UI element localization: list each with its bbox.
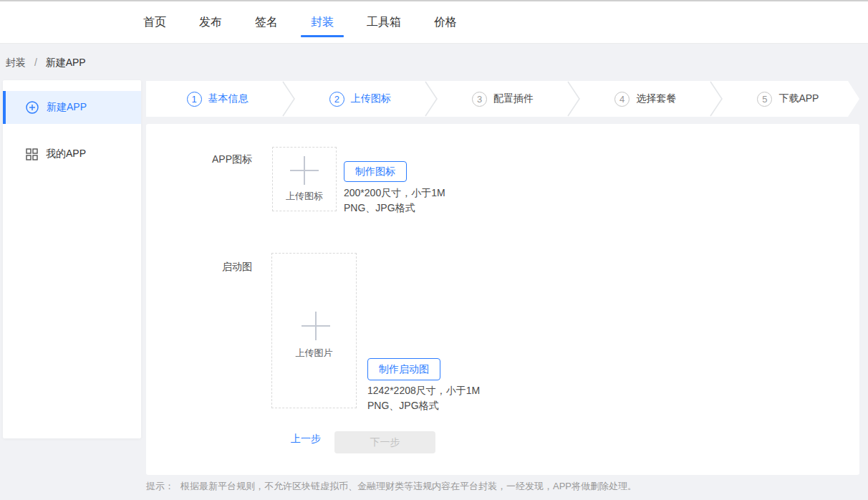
icon-format-requirement: PNG、JPG格式 — [344, 201, 445, 216]
nav-item-publish[interactable]: 发布 — [199, 15, 222, 30]
tip-label: 提示： — [146, 481, 174, 491]
step-number: 4 — [614, 92, 630, 107]
upload-icon-panel: APP图标 上传图标 制作图标 200*200尺寸，小于1M PNG、JPG格式… — [146, 124, 859, 475]
tip-text: 根据最新平台规则，不允许区块链虚拟币、金融理财类等违规内容在平台封装，一经发现，… — [180, 481, 637, 491]
app-icon-upload-box[interactable]: 上传图标 — [272, 147, 337, 211]
breadcrumb: 封装 / 新建APP — [6, 57, 86, 69]
nav-item-toolbox[interactable]: 工具箱 — [367, 15, 401, 30]
step-label: 基本信息 — [208, 92, 249, 105]
sidebar: 新建APP 我的APP — [3, 80, 141, 438]
previous-step-button[interactable]: 上一步 — [291, 433, 321, 446]
step-configure-plugins: 3 配置插件 — [431, 81, 574, 117]
make-splash-button[interactable]: 制作启动图 — [367, 358, 440, 380]
plus-icon — [302, 312, 327, 337]
next-step-button[interactable]: 下一步 — [334, 431, 435, 453]
chevron-right-icon — [281, 81, 296, 117]
breadcrumb-current: 新建APP — [46, 57, 86, 68]
splash-image-label: 启动图 — [146, 261, 252, 274]
sidebar-item-new-app[interactable]: 新建APP — [3, 91, 141, 124]
icon-requirements: 200*200尺寸，小于1M PNG、JPG格式 — [344, 186, 445, 216]
step-label: 配置插件 — [493, 92, 534, 105]
nav-item-home[interactable]: 首页 — [143, 15, 166, 30]
step-download-app: 5 下载APP — [717, 81, 859, 117]
step-upload-icon: 2 上传图标 — [289, 81, 431, 117]
app-icon-label: APP图标 — [146, 153, 252, 166]
breadcrumb-section[interactable]: 封装 — [6, 57, 26, 68]
plus-icon — [290, 156, 319, 185]
breadcrumb-separator: / — [34, 57, 37, 68]
upload-image-text: 上传图片 — [296, 347, 333, 360]
icon-size-requirement: 200*200尺寸，小于1M — [344, 186, 445, 201]
step-number: 2 — [329, 92, 344, 107]
grid-icon — [26, 148, 38, 160]
chevron-right-icon — [424, 81, 438, 117]
make-icon-button[interactable]: 制作图标 — [344, 161, 407, 182]
splash-requirements: 1242*2208尺寸，小于1M PNG、JPG格式 — [367, 383, 480, 413]
main-nav: 首页 发布 签名 封装 工具箱 价格 — [143, 1, 457, 43]
step-number: 3 — [472, 92, 487, 107]
step-label: 下载APP — [778, 92, 819, 105]
nav-item-sign[interactable]: 签名 — [255, 15, 278, 30]
step-number: 5 — [757, 92, 772, 107]
sidebar-item-label: 我的APP — [46, 148, 86, 160]
splash-size-requirement: 1242*2208尺寸，小于1M — [367, 383, 480, 398]
nav-item-package[interactable]: 封装 — [311, 15, 334, 30]
splash-upload-box[interactable]: 上传图片 — [271, 253, 357, 408]
step-select-plan: 4 选择套餐 — [574, 81, 717, 117]
sidebar-item-label: 新建APP — [47, 101, 87, 114]
circle-plus-icon — [26, 101, 39, 114]
step-label: 上传图标 — [351, 92, 391, 105]
sidebar-item-my-app[interactable]: 我的APP — [3, 140, 141, 168]
platform-rules-tip: 提示：根据最新平台规则，不允许区块链虚拟币、金融理财类等违规内容在平台封装，一经… — [146, 480, 637, 493]
chevron-right-icon — [709, 81, 723, 117]
chevron-right-icon — [566, 81, 581, 117]
step-basic-info: 1 基本信息 — [146, 81, 289, 117]
nav-item-price[interactable]: 价格 — [434, 15, 457, 30]
splash-format-requirement: PNG、JPG格式 — [367, 398, 480, 413]
upload-icon-text: 上传图标 — [286, 190, 323, 203]
top-header: 首页 发布 签名 封装 工具箱 价格 — [0, 1, 868, 44]
step-number: 1 — [187, 92, 202, 107]
step-label: 选择套餐 — [636, 92, 676, 105]
steps-wizard: 1 基本信息 2 上传图标 3 配置插件 4 选择套餐 5 下载APP — [146, 81, 859, 117]
